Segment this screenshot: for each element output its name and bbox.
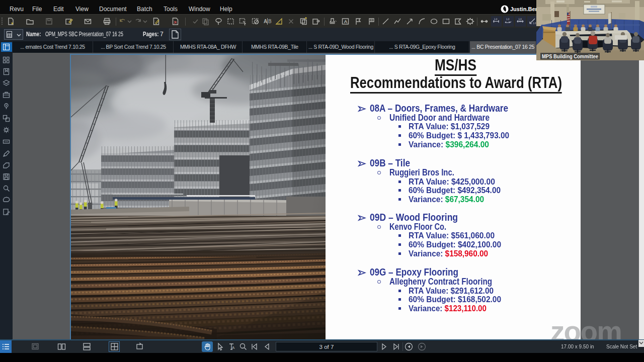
svg-text:1.0: 1.0 [494, 18, 498, 21]
svg-text:MPS Building Committee: MPS Building Committee [542, 53, 598, 59]
svg-text:A: A [232, 345, 235, 350]
svg-text:A: A [264, 19, 267, 24]
svg-text:1.0: 1.0 [533, 22, 536, 25]
svg-text:A: A [344, 19, 348, 24]
svg-text:1.0: 1.0 [519, 18, 522, 21]
svg-text:B: B [268, 19, 272, 24]
svg-text:1.0: 1.0 [506, 18, 510, 21]
